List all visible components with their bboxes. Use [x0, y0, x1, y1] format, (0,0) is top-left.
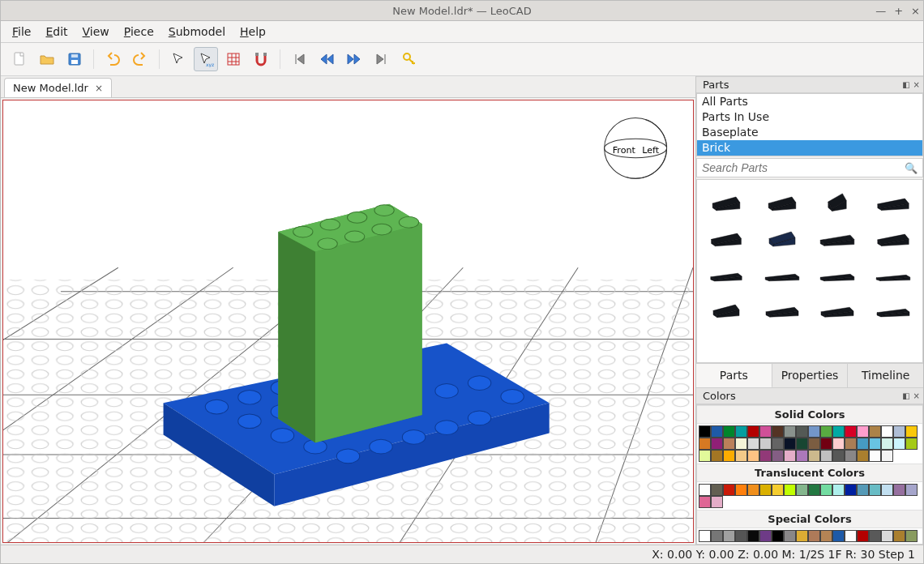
- color-swatch[interactable]: [772, 530, 784, 542]
- menu-file[interactable]: File: [12, 25, 31, 38]
- color-swatch[interactable]: [808, 450, 820, 462]
- color-swatch[interactable]: [845, 450, 857, 462]
- color-swatch[interactable]: [711, 425, 723, 438]
- color-swatch[interactable]: [772, 484, 784, 496]
- part-thumbnail[interactable]: [867, 220, 920, 253]
- color-swatch[interactable]: [893, 484, 905, 496]
- parts-thumbnail-grid[interactable]: [696, 179, 923, 363]
- color-swatch[interactable]: [699, 438, 711, 450]
- menu-view[interactable]: View: [83, 25, 109, 38]
- color-swatch[interactable]: [832, 438, 845, 450]
- color-swatch[interactable]: [893, 530, 905, 542]
- color-swatch[interactable]: [832, 450, 845, 462]
- color-swatch[interactable]: [784, 425, 796, 438]
- subtab-timeline[interactable]: Timeline: [848, 364, 923, 387]
- color-swatch[interactable]: [820, 450, 832, 462]
- color-swatch[interactable]: [832, 425, 845, 438]
- color-swatch[interactable]: [747, 450, 759, 462]
- color-swatch[interactable]: [808, 425, 820, 438]
- color-swatch[interactable]: [820, 438, 832, 450]
- color-swatch[interactable]: [759, 530, 772, 542]
- color-swatch[interactable]: [820, 425, 832, 438]
- color-swatch[interactable]: [747, 484, 759, 496]
- menu-edit[interactable]: Edit: [45, 25, 67, 38]
- color-swatch[interactable]: [845, 438, 857, 450]
- menu-piece[interactable]: Piece: [124, 25, 154, 38]
- color-swatch[interactable]: [723, 438, 735, 450]
- color-swatch[interactable]: [893, 425, 905, 438]
- menu-submodel[interactable]: Submodel: [169, 25, 225, 38]
- color-swatch[interactable]: [881, 484, 893, 496]
- color-swatch[interactable]: [893, 438, 905, 450]
- part-thumbnail[interactable]: [756, 256, 809, 288]
- step-last-button[interactable]: [370, 47, 394, 71]
- color-swatch[interactable]: [711, 438, 723, 450]
- color-swatch[interactable]: [784, 438, 796, 450]
- color-swatch[interactable]: [796, 425, 808, 438]
- color-swatch[interactable]: [869, 484, 881, 496]
- minimize-button[interactable]: —: [875, 5, 886, 17]
- part-thumbnail[interactable]: [811, 220, 864, 253]
- color-swatch[interactable]: [845, 425, 857, 438]
- color-swatch[interactable]: [881, 530, 893, 542]
- color-swatch[interactable]: [747, 530, 759, 542]
- panel-detach-icon[interactable]: ◧: [902, 391, 909, 400]
- part-thumbnail[interactable]: [756, 220, 809, 253]
- undo-button[interactable]: [101, 47, 125, 71]
- color-swatch[interactable]: [784, 450, 796, 462]
- color-swatch[interactable]: [747, 425, 759, 438]
- part-thumbnail[interactable]: [867, 256, 920, 288]
- 3d-viewport[interactable]: Front Left: [2, 100, 694, 543]
- color-swatch[interactable]: [905, 530, 918, 542]
- maximize-button[interactable]: +: [894, 5, 903, 17]
- save-file-button[interactable]: [62, 47, 87, 71]
- color-swatch[interactable]: [905, 484, 918, 496]
- color-swatch[interactable]: [711, 530, 723, 542]
- color-swatch[interactable]: [723, 484, 735, 496]
- color-swatch[interactable]: [784, 484, 796, 496]
- color-swatch[interactable]: [808, 438, 820, 450]
- panel-close-icon[interactable]: ×: [913, 80, 920, 89]
- panel-close-icon[interactable]: ×: [913, 391, 920, 400]
- snap-grid-button[interactable]: [221, 47, 246, 71]
- color-swatch[interactable]: [881, 425, 893, 438]
- part-thumbnail[interactable]: [700, 256, 753, 288]
- color-swatch[interactable]: [796, 530, 808, 542]
- part-thumbnail[interactable]: [811, 292, 864, 324]
- color-swatch[interactable]: [832, 484, 845, 496]
- color-swatch[interactable]: [857, 425, 869, 438]
- color-swatch[interactable]: [699, 530, 711, 542]
- color-swatch[interactable]: [796, 438, 808, 450]
- colors-body[interactable]: Solid ColorsTranslucent ColorsSpecial Co…: [696, 404, 923, 545]
- parts-category-list[interactable]: All PartsParts In UseBaseplateBrick: [696, 93, 923, 156]
- part-thumbnail[interactable]: [811, 256, 864, 288]
- panel-detach-icon[interactable]: ◧: [902, 80, 909, 89]
- color-swatch[interactable]: [699, 484, 711, 496]
- close-button[interactable]: ×: [911, 5, 920, 17]
- color-swatch[interactable]: [832, 530, 845, 542]
- redo-button[interactable]: [128, 47, 152, 71]
- color-swatch[interactable]: [735, 530, 747, 542]
- color-swatch[interactable]: [881, 438, 893, 450]
- color-swatch[interactable]: [711, 496, 723, 508]
- document-tab[interactable]: New Model.ldr ×: [4, 78, 112, 97]
- subtab-parts[interactable]: Parts: [696, 364, 772, 388]
- part-thumbnail[interactable]: [756, 292, 809, 324]
- category-item[interactable]: Brick: [697, 140, 922, 156]
- color-swatch[interactable]: [723, 425, 735, 438]
- part-thumbnail[interactable]: [700, 292, 753, 324]
- new-file-button[interactable]: [7, 47, 32, 71]
- open-file-button[interactable]: [35, 47, 59, 71]
- color-swatch[interactable]: [759, 425, 772, 438]
- step-first-button[interactable]: [287, 47, 311, 71]
- color-swatch[interactable]: [869, 530, 881, 542]
- color-swatch[interactable]: [820, 530, 832, 542]
- color-swatch[interactable]: [723, 450, 735, 462]
- color-swatch[interactable]: [759, 438, 772, 450]
- color-swatch[interactable]: [905, 425, 918, 438]
- color-swatch[interactable]: [772, 438, 784, 450]
- category-item[interactable]: Parts In Use: [697, 109, 922, 125]
- color-swatch[interactable]: [808, 484, 820, 496]
- color-swatch[interactable]: [905, 438, 918, 450]
- search-icon[interactable]: 🔍: [900, 162, 922, 174]
